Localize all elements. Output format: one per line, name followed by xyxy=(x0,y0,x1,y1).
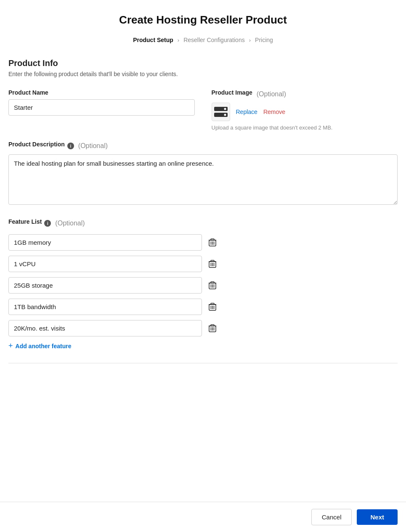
feature-row-0 xyxy=(8,234,398,251)
delete-feature-4[interactable] xyxy=(207,323,218,334)
breadcrumb-step-pricing: Pricing xyxy=(255,37,273,43)
delete-feature-2[interactable] xyxy=(207,280,218,291)
add-feature-icon: + xyxy=(8,341,13,350)
breadcrumb-step-reseller: Reseller Configurations xyxy=(183,37,245,43)
delete-feature-3[interactable] xyxy=(207,301,218,313)
replace-image-button[interactable]: Replace xyxy=(236,109,257,115)
footer-actions: Cancel Next xyxy=(0,502,406,532)
trash-icon-3 xyxy=(209,303,216,311)
add-feature-label: Add another feature xyxy=(16,343,72,349)
breadcrumb-chevron-1: › xyxy=(178,37,179,43)
feature-row-1 xyxy=(8,256,398,272)
svg-point-3 xyxy=(224,114,226,116)
feature-input-1[interactable] xyxy=(8,256,202,272)
cancel-button[interactable]: Cancel xyxy=(311,509,352,525)
feature-list-label: Feature List xyxy=(8,218,42,225)
trash-icon-2 xyxy=(209,281,216,290)
delete-feature-1[interactable] xyxy=(207,258,218,270)
feature-row-4 xyxy=(8,320,398,336)
feature-input-0[interactable] xyxy=(8,234,202,251)
feature-row-2 xyxy=(8,277,398,294)
page-title: Create Hosting Reseller Product xyxy=(8,13,398,26)
add-feature-button[interactable]: + Add another feature xyxy=(8,341,72,350)
trash-icon-0 xyxy=(209,238,216,247)
breadcrumb: Product Setup › Reseller Configurations … xyxy=(8,37,398,43)
description-optional: (Optional) xyxy=(78,142,108,150)
delete-feature-0[interactable] xyxy=(207,237,218,249)
description-textarea[interactable]: The ideal hosting plan for small busines… xyxy=(8,154,398,205)
product-image-thumb xyxy=(212,103,230,121)
trash-icon-4 xyxy=(209,324,216,333)
feature-input-3[interactable] xyxy=(8,299,202,315)
product-name-input[interactable] xyxy=(8,99,195,116)
description-info-icon: i xyxy=(67,143,74,149)
divider xyxy=(8,363,398,363)
server-icon xyxy=(213,106,228,118)
feature-input-4[interactable] xyxy=(8,320,202,336)
remove-image-button[interactable]: Remove xyxy=(263,109,285,115)
feature-row-3 xyxy=(8,299,398,315)
product-name-label: Product Name xyxy=(8,89,195,96)
breadcrumb-chevron-2: › xyxy=(249,37,251,43)
trash-icon-1 xyxy=(209,260,216,268)
description-label: Product Description xyxy=(8,141,65,148)
product-image-optional: (Optional) xyxy=(257,90,286,98)
image-hint: Upload a square image that doesn't excee… xyxy=(212,124,398,131)
svg-point-1 xyxy=(224,108,226,110)
product-image-label: Product Image xyxy=(212,89,252,96)
section-subtitle: Enter the following product details that… xyxy=(8,71,398,77)
feature-list-info-icon: i xyxy=(44,220,51,227)
feature-list-optional: (Optional) xyxy=(55,220,85,227)
section-title: Product Info xyxy=(8,58,398,68)
breadcrumb-step-product-setup: Product Setup xyxy=(133,37,173,43)
next-button[interactable]: Next xyxy=(357,509,398,525)
feature-input-2[interactable] xyxy=(8,277,202,294)
